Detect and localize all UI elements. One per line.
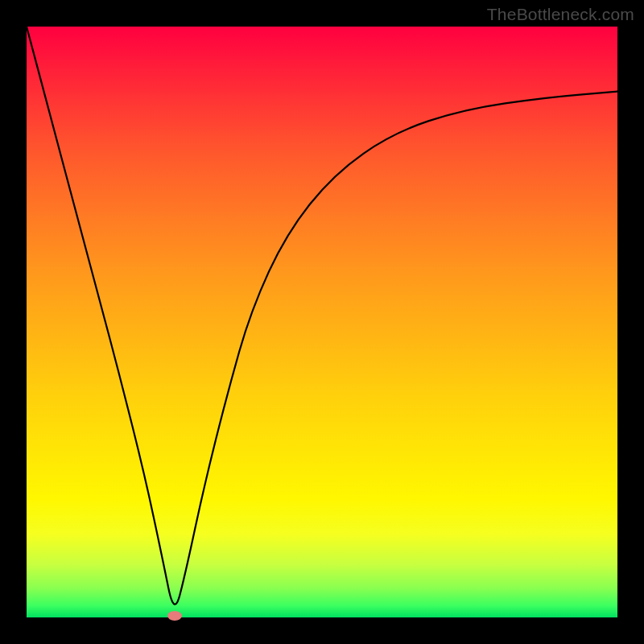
watermark-text: TheBottleneck.com <box>487 5 634 24</box>
chart-frame: TheBottleneck.com <box>0 0 644 644</box>
bottleneck-curve <box>27 27 617 617</box>
plot-area <box>27 27 617 617</box>
optimal-point-marker <box>167 611 182 621</box>
